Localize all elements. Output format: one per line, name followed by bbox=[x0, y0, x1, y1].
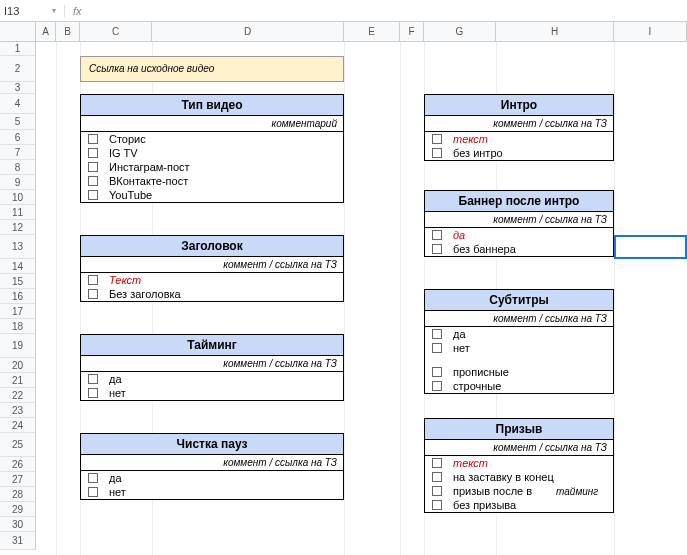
formula-bar: I13 ▾ fx bbox=[0, 0, 687, 22]
col-header-H[interactable]: H bbox=[496, 22, 614, 41]
list-item: да bbox=[425, 327, 613, 341]
checkbox[interactable] bbox=[88, 374, 98, 384]
checkbox[interactable] bbox=[432, 500, 442, 510]
row-header-27[interactable]: 27 bbox=[0, 472, 36, 487]
checkbox[interactable] bbox=[88, 134, 98, 144]
intro-title: Интро bbox=[425, 95, 613, 116]
grid[interactable]: 1 2 3 4 5 6 7 8 9 10 11 12 13 14 15 16 1… bbox=[0, 42, 687, 555]
row-header-23[interactable]: 23 bbox=[0, 403, 36, 418]
row-header-5[interactable]: 5 bbox=[0, 114, 36, 130]
row-header-13[interactable]: 13 bbox=[0, 235, 36, 259]
list-item: да bbox=[81, 471, 343, 485]
checkbox[interactable] bbox=[432, 230, 442, 240]
list-item: ВКонтакте-пост bbox=[81, 174, 343, 188]
checkbox[interactable] bbox=[88, 275, 98, 285]
row-header-26[interactable]: 26 bbox=[0, 457, 36, 472]
checkbox[interactable] bbox=[432, 244, 442, 254]
col-header-E[interactable]: E bbox=[344, 22, 400, 41]
list-item: нет bbox=[81, 386, 343, 400]
row-header-12[interactable]: 12 bbox=[0, 220, 36, 235]
item-label: призыв после в bbox=[449, 485, 532, 497]
row-header-11[interactable]: 11 bbox=[0, 205, 36, 220]
col-header-G[interactable]: G bbox=[424, 22, 496, 41]
col-header-A[interactable]: A bbox=[36, 22, 56, 41]
item-label: Инстаграм-пост bbox=[105, 161, 190, 173]
checkbox[interactable] bbox=[432, 148, 442, 158]
col-header-D[interactable]: D bbox=[152, 22, 344, 41]
item-label: YouTube bbox=[105, 189, 152, 201]
row-header-6[interactable]: 6 bbox=[0, 130, 36, 145]
row-header-19[interactable]: 19 bbox=[0, 334, 36, 358]
list-item: YouTube bbox=[81, 188, 343, 202]
row-header-8[interactable]: 8 bbox=[0, 160, 36, 175]
row-header-18[interactable]: 18 bbox=[0, 319, 36, 334]
chevron-down-icon[interactable]: ▾ bbox=[52, 6, 56, 15]
row-header-15[interactable]: 15 bbox=[0, 274, 36, 289]
row-header-31[interactable]: 31 bbox=[0, 532, 36, 550]
row-header-7[interactable]: 7 bbox=[0, 145, 36, 160]
item-label: нет bbox=[105, 387, 126, 399]
checkbox[interactable] bbox=[88, 388, 98, 398]
checkbox[interactable] bbox=[432, 134, 442, 144]
checkbox[interactable] bbox=[432, 329, 442, 339]
row-header-28[interactable]: 28 bbox=[0, 487, 36, 502]
row-header-29[interactable]: 29 bbox=[0, 502, 36, 517]
source-link-label: Ссылка на исходное видео bbox=[89, 63, 214, 74]
list-item: нет bbox=[81, 485, 343, 499]
row-header-1[interactable]: 1 bbox=[0, 42, 36, 56]
list-item: Сторис bbox=[81, 132, 343, 146]
row-header-14[interactable]: 14 bbox=[0, 259, 36, 274]
checkbox[interactable] bbox=[88, 487, 98, 497]
item-label: Текст bbox=[105, 274, 141, 286]
item-label: Сторис bbox=[105, 133, 146, 145]
source-video-link[interactable]: Ссылка на исходное видео bbox=[80, 56, 344, 82]
col-header-I[interactable]: I bbox=[614, 22, 687, 41]
intro-block: Интро коммент / ссылка на ТЗ текст без и… bbox=[424, 94, 614, 161]
checkbox[interactable] bbox=[88, 190, 98, 200]
checkbox[interactable] bbox=[88, 473, 98, 483]
col-header-B[interactable]: B bbox=[56, 22, 80, 41]
row-header-17[interactable]: 17 bbox=[0, 304, 36, 319]
headline-title: Заголовок bbox=[81, 236, 343, 257]
row-header-22[interactable]: 22 bbox=[0, 388, 36, 403]
name-box[interactable]: I13 bbox=[4, 5, 52, 17]
checkbox[interactable] bbox=[432, 381, 442, 391]
row-header-30[interactable]: 30 bbox=[0, 517, 36, 532]
checkbox[interactable] bbox=[432, 458, 442, 468]
checkbox[interactable] bbox=[432, 486, 442, 496]
corner-select-all[interactable] bbox=[0, 22, 36, 41]
col-header-C[interactable]: C bbox=[80, 22, 152, 41]
list-item: Текст bbox=[81, 273, 343, 287]
selected-cell bbox=[614, 235, 687, 259]
row-header-21[interactable]: 21 bbox=[0, 373, 36, 388]
list-item: строчные bbox=[425, 379, 613, 393]
timing-block: Тайминг коммент / ссылка на ТЗ да нет bbox=[80, 334, 344, 401]
checkbox[interactable] bbox=[88, 289, 98, 299]
item-label: да bbox=[449, 229, 465, 241]
checkbox[interactable] bbox=[432, 343, 442, 353]
row-header-2[interactable]: 2 bbox=[0, 56, 36, 82]
row-header-4[interactable]: 4 bbox=[0, 94, 36, 114]
list-item: призыв после втайминг bbox=[425, 484, 613, 498]
call-title: Призыв bbox=[425, 419, 613, 440]
item-label: строчные bbox=[449, 380, 501, 392]
col-header-F[interactable]: F bbox=[400, 22, 424, 41]
row-header-10[interactable]: 10 bbox=[0, 190, 36, 205]
item-label: Без заголовка bbox=[105, 288, 181, 300]
checkbox[interactable] bbox=[88, 176, 98, 186]
row-header-9[interactable]: 9 bbox=[0, 175, 36, 190]
checkbox[interactable] bbox=[88, 162, 98, 172]
list-item: да bbox=[81, 372, 343, 386]
item-label: да bbox=[449, 328, 466, 340]
list-item: да bbox=[425, 228, 613, 242]
checkbox[interactable] bbox=[88, 148, 98, 158]
checkbox[interactable] bbox=[432, 472, 442, 482]
row-header-16[interactable]: 16 bbox=[0, 289, 36, 304]
post-banner-title: Баннер после интро bbox=[425, 191, 613, 212]
row-header-25[interactable]: 25 bbox=[0, 433, 36, 457]
row-header-20[interactable]: 20 bbox=[0, 358, 36, 373]
call-block: Призыв коммент / ссылка на ТЗ текст на з… bbox=[424, 418, 614, 513]
row-header-24[interactable]: 24 bbox=[0, 418, 36, 433]
checkbox[interactable] bbox=[432, 367, 442, 377]
row-header-3[interactable]: 3 bbox=[0, 82, 36, 94]
